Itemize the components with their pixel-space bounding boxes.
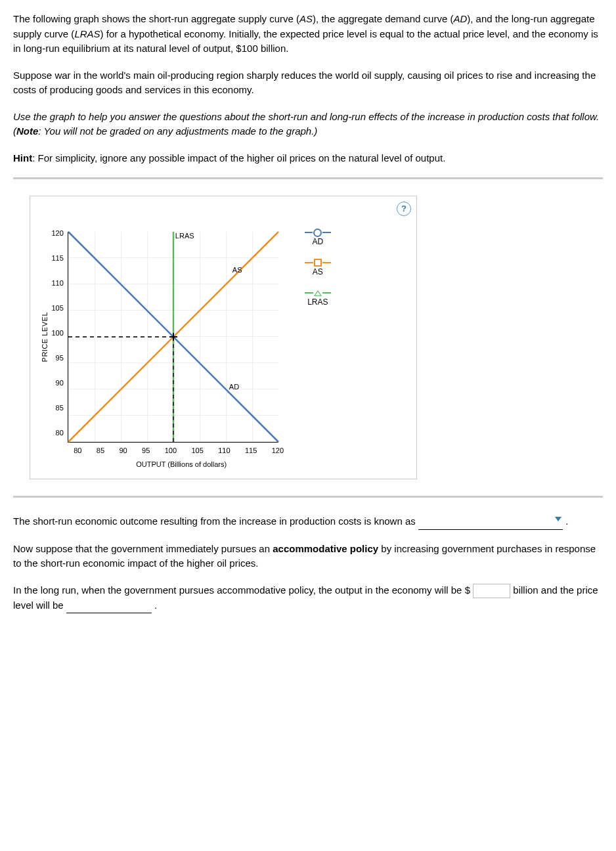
- divider-bottom: [13, 496, 603, 498]
- legend: AD AS LRAS: [305, 232, 331, 308]
- intro-paragraph-1: The following graph shows the short-run …: [13, 12, 603, 56]
- output-input[interactable]: [473, 584, 510, 598]
- graph-container: ? PRICE LEVEL 120 115 110 105 100 95 90 …: [30, 196, 417, 479]
- square-marker-icon: [314, 259, 322, 267]
- triangle-marker-icon: [314, 290, 322, 296]
- legend-ad[interactable]: AD: [305, 232, 331, 248]
- intro-paragraph-2: Suppose war in the world's main oil-prod…: [13, 68, 603, 98]
- hint-paragraph: Hint: For simplicity, ignore any possibl…: [13, 151, 603, 166]
- x-axis-ticks: 80 85 90 95 100 105 110 115 120: [74, 445, 284, 456]
- instructions-paragraph: Use the graph to help you answer the que…: [13, 110, 603, 139]
- plot-area[interactable]: LRAS AS AD: [68, 232, 278, 443]
- lras-label: LRAS: [175, 230, 194, 242]
- y-axis-label: PRICE LEVEL: [39, 312, 51, 362]
- divider-top: [13, 177, 603, 179]
- circle-marker-icon: [313, 229, 322, 237]
- as-label: AS: [232, 265, 242, 276]
- paragraph-accommodative: Now suppose that the government immediat…: [13, 542, 603, 571]
- ad-label: AD: [229, 382, 239, 393]
- help-button[interactable]: ?: [397, 202, 411, 216]
- price-level-dropdown[interactable]: [66, 598, 152, 614]
- y-axis-ticks: 120 115 110 105 100 95 90 85 80: [52, 228, 68, 438]
- x-axis-label: OUTPUT (Billions of dollars): [76, 459, 286, 470]
- legend-as[interactable]: AS: [305, 262, 331, 278]
- legend-lras[interactable]: LRAS: [305, 292, 331, 308]
- question-2: In the long run, when the government pur…: [13, 583, 603, 614]
- question-1: The short-run economic outcome resulting…: [13, 514, 603, 530]
- outcome-dropdown[interactable]: [418, 514, 563, 530]
